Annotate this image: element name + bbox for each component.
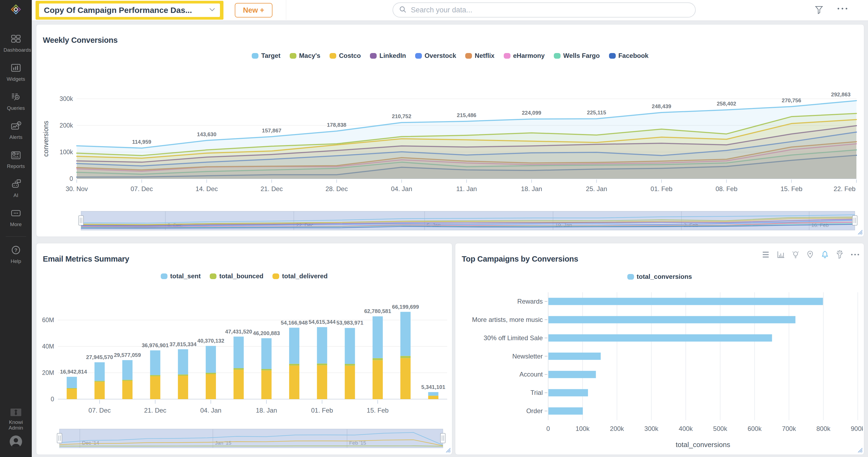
- legend-item[interactable]: total_bounced: [210, 272, 263, 280]
- sidebar-item-dashboards[interactable]: Dashboards: [3, 33, 28, 53]
- dashboard-selector-label: Copy Of Campaign Performance Das...: [44, 6, 192, 15]
- svg-text:157,867: 157,867: [262, 128, 281, 133]
- search-input[interactable]: [410, 6, 689, 14]
- dashboards-icon: [10, 33, 21, 45]
- campaigns-legend: total_conversions: [455, 273, 864, 281]
- svg-text:143,630: 143,630: [197, 131, 216, 137]
- svg-text:20M: 20M: [42, 369, 54, 376]
- legend-label: Overstock: [425, 52, 456, 60]
- dashboard-selector-highlight: Copy Of Campaign Performance Das...: [35, 1, 223, 20]
- ellipsis-icon[interactable]: [850, 253, 860, 256]
- svg-text:900k: 900k: [851, 425, 863, 432]
- user-avatar[interactable]: [9, 435, 23, 450]
- resize-grip-icon[interactable]: [857, 229, 863, 236]
- weekly-navigator-svg[interactable]: 8. Dec22. Dec5. Jan19. Jan2. Feb16. Feb: [36, 209, 863, 232]
- legend-item[interactable]: Target: [252, 52, 281, 60]
- svg-text:15. Feb: 15. Feb: [367, 407, 389, 414]
- svg-text:210,752: 210,752: [392, 113, 411, 119]
- svg-text:29,577,059: 29,577,059: [114, 352, 141, 358]
- svg-text:21. Dec: 21. Dec: [144, 407, 166, 414]
- sidebar-item-knowi-admin[interactable]: Knowi Admin: [5, 408, 27, 431]
- admin-tie-icon: [10, 408, 22, 418]
- svg-text:11. Jan: 11. Jan: [456, 185, 477, 192]
- sidebar-item-queries[interactable]: Queries: [7, 92, 25, 111]
- legend-label: Netflix: [475, 52, 494, 60]
- bar-chart-icon[interactable]: [777, 251, 785, 258]
- legend-item[interactable]: eHarmony: [504, 52, 545, 60]
- help-icon: ?: [10, 244, 21, 257]
- svg-text:248,439: 248,439: [652, 103, 671, 109]
- legend-label: Costco: [339, 52, 361, 60]
- svg-text:500k: 500k: [713, 425, 727, 432]
- weekly-legend: TargetMacy'sCostcoLinkedInOverstockNetfl…: [36, 52, 864, 60]
- new-button[interactable]: New +: [235, 3, 273, 18]
- svg-text:04. Jan: 04. Jan: [200, 407, 222, 414]
- email-legend: total_senttotal_bouncedtotal_delivered: [36, 272, 452, 280]
- knowi-logo[interactable]: [10, 3, 22, 17]
- svg-text:700k: 700k: [782, 425, 796, 432]
- svg-text:270,756: 270,756: [782, 97, 801, 103]
- legend-item[interactable]: total_conversions: [627, 273, 692, 281]
- legend-label: total_delivered: [282, 272, 328, 280]
- dashboard-selector[interactable]: Copy Of Campaign Performance Das...: [39, 3, 220, 17]
- svg-text:0: 0: [69, 175, 73, 182]
- legend-label: eHarmony: [513, 52, 545, 60]
- panel-title: Weekly Conversions: [43, 36, 118, 45]
- svg-text:600k: 600k: [748, 425, 762, 432]
- more-options-icon[interactable]: [837, 6, 848, 11]
- svg-text:5,341,101: 5,341,101: [421, 384, 445, 390]
- filter-icon[interactable]: [815, 5, 823, 15]
- sidebar-item-label: More: [10, 222, 22, 227]
- legend-item[interactable]: Netflix: [465, 52, 494, 60]
- sidebar-item-label: Widgets: [7, 76, 25, 82]
- svg-text:66,199,699: 66,199,699: [392, 304, 419, 310]
- sidebar-item-label: Dashboards: [3, 47, 28, 53]
- panel-title: Email Metrics Summary: [43, 255, 129, 263]
- legend-item[interactable]: Macy's: [290, 52, 320, 60]
- svg-text:47,431,520: 47,431,520: [225, 329, 252, 334]
- legend-swatch: [330, 53, 336, 59]
- legend-item[interactable]: Wells Fargo: [554, 52, 600, 60]
- legend-item[interactable]: Overstock: [415, 52, 456, 60]
- legend-item[interactable]: total_delivered: [273, 272, 328, 280]
- table-icon[interactable]: [762, 251, 770, 258]
- svg-text:total_conversions: total_conversions: [676, 440, 730, 449]
- legend-swatch: [504, 53, 510, 59]
- pin-gear-icon[interactable]: [806, 251, 814, 259]
- legend-swatch: [290, 53, 297, 59]
- svg-text:15. Feb: 15. Feb: [780, 185, 802, 192]
- resize-grip-icon[interactable]: [857, 447, 863, 454]
- resize-grip-icon[interactable]: [445, 447, 451, 454]
- sidebar-item-label: Help: [10, 258, 21, 264]
- bell-icon[interactable]: [821, 251, 829, 259]
- legend-label: Wells Fargo: [563, 52, 600, 60]
- sidebar-item-reports[interactable]: Reports: [7, 150, 25, 169]
- svg-text:62,780,581: 62,780,581: [364, 308, 391, 314]
- svg-text:More artists, more music: More artists, more music: [472, 316, 543, 323]
- svg-text:Account: Account: [519, 370, 543, 378]
- svg-text:40M: 40M: [42, 343, 54, 350]
- svg-text:30. Nov: 30. Nov: [66, 185, 88, 192]
- lightbulb-icon[interactable]: [792, 251, 799, 259]
- svg-text:400k: 400k: [679, 425, 693, 432]
- svg-text:178,838: 178,838: [327, 122, 346, 128]
- weekly-chart-svg: 0100k200k300k30. Nov07. Dec14. Dec21. De…: [36, 88, 863, 200]
- legend-item[interactable]: total_sent: [161, 272, 200, 280]
- sidebar-item-more[interactable]: More: [10, 208, 22, 227]
- email-navigator-svg[interactable]: Dec '14Jan '15Feb '15: [36, 427, 451, 450]
- legend-item[interactable]: LinkedIn: [370, 52, 406, 60]
- legend-item[interactable]: Costco: [330, 52, 361, 60]
- sidebar-item-alerts[interactable]: Alerts: [9, 121, 23, 140]
- svg-text:Trial: Trial: [530, 389, 543, 396]
- sidebar-item-help[interactable]: ? Help: [10, 244, 21, 264]
- svg-text:Order: Order: [526, 407, 543, 415]
- widgets-icon: [10, 62, 21, 74]
- funnel-drip-icon[interactable]: [836, 250, 843, 259]
- legend-item[interactable]: Facebook: [609, 52, 649, 60]
- sidebar-item-ai[interactable]: AI: [10, 179, 21, 198]
- more-icon: [10, 208, 21, 220]
- sidebar-item-label: AI: [13, 192, 18, 198]
- sidebar-item-widgets[interactable]: Widgets: [7, 62, 25, 82]
- svg-text:60M: 60M: [42, 317, 54, 324]
- legend-label: Target: [261, 52, 281, 60]
